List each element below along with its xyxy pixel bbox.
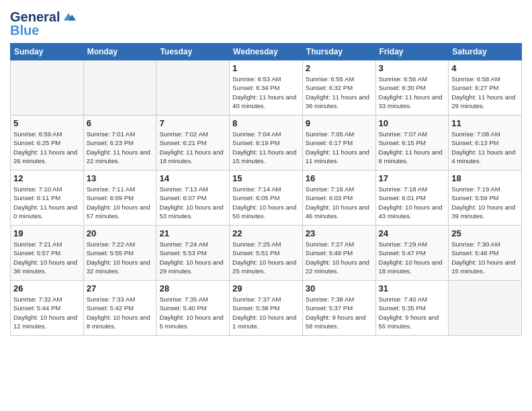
header: General Blue [10,7,522,38]
day-info: Sunrise: 7:18 AM Sunset: 6:01 PM Dayligh… [379,185,446,220]
day-info: Sunrise: 7:37 AM Sunset: 5:38 PM Dayligh… [232,295,300,330]
logo-icon [61,9,76,24]
day-number: 5 [13,118,81,128]
calendar-day-cell: 27Sunrise: 7:33 AM Sunset: 5:42 PM Dayli… [83,281,157,336]
day-info: Sunrise: 6:55 AM Sunset: 6:32 PM Dayligh… [306,75,373,110]
calendar-day-cell: 12Sunrise: 7:10 AM Sunset: 6:11 PM Dayli… [11,171,84,226]
day-number: 13 [87,173,154,183]
day-number: 22 [232,228,300,238]
day-number: 6 [87,118,154,128]
day-number: 2 [306,63,373,73]
day-info: Sunrise: 7:13 AM Sunset: 6:07 PM Dayligh… [159,185,226,220]
calendar-day-cell: 24Sunrise: 7:29 AM Sunset: 5:47 PM Dayli… [375,226,449,281]
day-info: Sunrise: 7:38 AM Sunset: 5:37 PM Dayligh… [306,295,373,330]
day-number: 1 [232,63,300,73]
day-number: 11 [451,118,519,128]
calendar-day-cell: 30Sunrise: 7:38 AM Sunset: 5:37 PM Dayli… [302,281,375,336]
day-info: Sunrise: 7:08 AM Sunset: 6:13 PM Dayligh… [451,130,519,165]
calendar-day-cell: 26Sunrise: 7:32 AM Sunset: 5:44 PM Dayli… [11,281,84,336]
day-number: 24 [379,228,446,238]
day-info: Sunrise: 7:19 AM Sunset: 5:59 PM Dayligh… [451,185,519,220]
day-number: 16 [306,173,373,183]
calendar-day-cell: 21Sunrise: 7:24 AM Sunset: 5:53 PM Dayli… [157,226,230,281]
calendar-day-cell: 25Sunrise: 7:30 AM Sunset: 5:46 PM Dayli… [449,226,522,281]
day-info: Sunrise: 7:16 AM Sunset: 6:03 PM Dayligh… [306,185,373,220]
day-info: Sunrise: 7:32 AM Sunset: 5:44 PM Dayligh… [13,295,81,330]
weekday-header: Tuesday [157,44,230,60]
day-number: 19 [13,228,81,238]
calendar-day-cell: 20Sunrise: 7:22 AM Sunset: 5:55 PM Dayli… [83,226,157,281]
weekday-header: Friday [375,44,449,60]
calendar-day-cell [11,60,84,116]
day-number: 17 [379,173,446,183]
calendar-day-cell: 22Sunrise: 7:25 AM Sunset: 5:51 PM Dayli… [230,226,303,281]
day-info: Sunrise: 7:33 AM Sunset: 5:42 PM Dayligh… [87,295,154,330]
calendar-week-row: 1Sunrise: 6:53 AM Sunset: 6:34 PM Daylig… [11,60,522,116]
calendar-day-cell: 17Sunrise: 7:18 AM Sunset: 6:01 PM Dayli… [375,171,449,226]
calendar-day-cell: 28Sunrise: 7:35 AM Sunset: 5:40 PM Dayli… [157,281,230,336]
day-number: 23 [306,228,373,238]
calendar-day-cell: 11Sunrise: 7:08 AM Sunset: 6:13 PM Dayli… [449,116,522,171]
day-number: 9 [306,118,373,128]
calendar-week-row: 12Sunrise: 7:10 AM Sunset: 6:11 PM Dayli… [11,171,522,226]
calendar-day-cell: 2Sunrise: 6:55 AM Sunset: 6:32 PM Daylig… [302,60,375,116]
day-number: 29 [232,283,300,293]
day-info: Sunrise: 7:05 AM Sunset: 6:17 PM Dayligh… [306,130,373,165]
day-number: 28 [159,283,226,293]
day-info: Sunrise: 7:22 AM Sunset: 5:55 PM Dayligh… [87,240,154,275]
day-info: Sunrise: 7:04 AM Sunset: 6:19 PM Dayligh… [232,130,300,165]
calendar-week-row: 5Sunrise: 6:59 AM Sunset: 6:25 PM Daylig… [11,116,522,171]
weekday-header: Wednesday [230,44,303,60]
day-info: Sunrise: 7:40 AM Sunset: 5:35 PM Dayligh… [379,295,446,330]
day-info: Sunrise: 7:30 AM Sunset: 5:46 PM Dayligh… [451,240,519,275]
calendar-week-row: 19Sunrise: 7:21 AM Sunset: 5:57 PM Dayli… [11,226,522,281]
day-info: Sunrise: 7:35 AM Sunset: 5:40 PM Dayligh… [159,295,226,330]
day-number: 25 [451,228,519,238]
day-info: Sunrise: 7:01 AM Sunset: 6:23 PM Dayligh… [87,130,154,165]
calendar-day-cell: 7Sunrise: 7:02 AM Sunset: 6:21 PM Daylig… [157,116,230,171]
calendar-day-cell [449,281,522,336]
day-number: 21 [159,228,226,238]
day-number: 12 [13,173,81,183]
day-info: Sunrise: 6:53 AM Sunset: 6:34 PM Dayligh… [232,75,300,110]
calendar-table: SundayMondayTuesdayWednesdayThursdayFrid… [10,43,522,336]
day-info: Sunrise: 7:21 AM Sunset: 5:57 PM Dayligh… [13,240,81,275]
calendar-day-cell: 8Sunrise: 7:04 AM Sunset: 6:19 PM Daylig… [230,116,303,171]
calendar-day-cell: 10Sunrise: 7:07 AM Sunset: 6:15 PM Dayli… [375,116,449,171]
calendar-day-cell: 19Sunrise: 7:21 AM Sunset: 5:57 PM Dayli… [11,226,84,281]
day-number: 3 [379,63,446,73]
day-info: Sunrise: 6:58 AM Sunset: 6:27 PM Dayligh… [451,75,519,110]
day-info: Sunrise: 7:11 AM Sunset: 6:09 PM Dayligh… [87,185,154,220]
calendar-day-cell: 14Sunrise: 7:13 AM Sunset: 6:07 PM Dayli… [157,171,230,226]
day-info: Sunrise: 7:24 AM Sunset: 5:53 PM Dayligh… [159,240,226,275]
calendar-day-cell: 13Sunrise: 7:11 AM Sunset: 6:09 PM Dayli… [83,171,157,226]
calendar-header-row: SundayMondayTuesdayWednesdayThursdayFrid… [11,44,522,60]
calendar-day-cell: 18Sunrise: 7:19 AM Sunset: 5:59 PM Dayli… [449,171,522,226]
calendar-day-cell: 23Sunrise: 7:27 AM Sunset: 5:49 PM Dayli… [302,226,375,281]
day-info: Sunrise: 7:07 AM Sunset: 6:15 PM Dayligh… [379,130,446,165]
calendar-day-cell [83,60,157,116]
logo-text-blue: Blue [10,23,39,38]
logo: General Blue [10,9,76,38]
day-number: 31 [379,283,446,293]
day-number: 7 [159,118,226,128]
calendar-day-cell: 16Sunrise: 7:16 AM Sunset: 6:03 PM Dayli… [302,171,375,226]
weekday-header: Monday [83,44,157,60]
day-number: 20 [87,228,154,238]
day-info: Sunrise: 6:59 AM Sunset: 6:25 PM Dayligh… [13,130,81,165]
calendar-container: General Blue SundayMondayTuesdayWednesda… [0,0,532,342]
day-info: Sunrise: 7:25 AM Sunset: 5:51 PM Dayligh… [232,240,300,275]
calendar-day-cell [157,60,230,116]
day-number: 15 [232,173,300,183]
day-number: 30 [306,283,373,293]
day-info: Sunrise: 6:56 AM Sunset: 6:30 PM Dayligh… [379,75,446,110]
calendar-day-cell: 15Sunrise: 7:14 AM Sunset: 6:05 PM Dayli… [230,171,303,226]
calendar-week-row: 26Sunrise: 7:32 AM Sunset: 5:44 PM Dayli… [11,281,522,336]
logo-text: General [10,9,60,24]
day-info: Sunrise: 7:10 AM Sunset: 6:11 PM Dayligh… [13,185,81,220]
calendar-day-cell: 9Sunrise: 7:05 AM Sunset: 6:17 PM Daylig… [302,116,375,171]
calendar-day-cell: 1Sunrise: 6:53 AM Sunset: 6:34 PM Daylig… [230,60,303,116]
day-number: 27 [87,283,154,293]
weekday-header: Sunday [11,44,84,60]
weekday-header: Saturday [449,44,522,60]
